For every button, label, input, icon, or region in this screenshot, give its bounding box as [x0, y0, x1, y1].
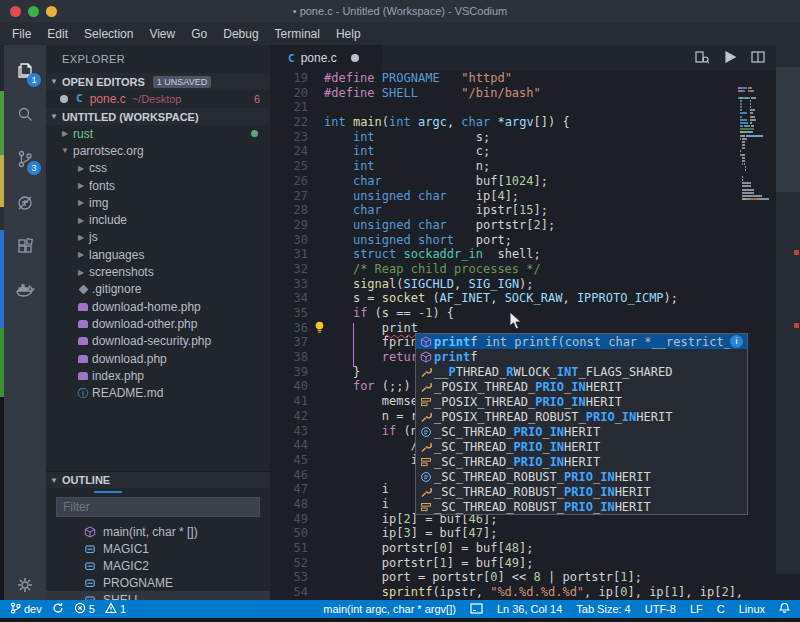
- suggestion-item-10[interactable]: _SC_THREAD_ROBUST_PRIO_INHERIT: [416, 484, 747, 499]
- line-number: 45: [270, 453, 308, 468]
- tree-item-js[interactable]: ▶js: [46, 229, 270, 246]
- tree-item-parrotsec-org[interactable]: ▼parrotsec.org: [46, 142, 270, 159]
- outline-section-header[interactable]: ▼ OUTLINE: [46, 471, 270, 488]
- line-number: 52: [270, 556, 308, 571]
- open-editors-section-header[interactable]: ▼ OPEN EDITORS 1 UNSAVED: [46, 73, 270, 90]
- status-right-utf-8[interactable]: UTF-8: [645, 603, 676, 615]
- menu-help[interactable]: Help: [328, 22, 369, 45]
- docker-icon[interactable]: [4, 273, 46, 309]
- scrollbar-slider[interactable]: [776, 67, 800, 192]
- status-right-main-int-argc-char-argv-[interactable]: main(int argc, char * argv[]): [323, 603, 456, 615]
- suggestion-item-8[interactable]: _SC_THREAD_PRIO_INHERIT: [416, 454, 747, 469]
- code-line-text: unsigned char ip[4];: [324, 189, 519, 204]
- open-editor-item-pone-c[interactable]: C pone.c ~/Desktop 6: [46, 90, 270, 107]
- outline-progress-bar: [94, 491, 122, 493]
- tree-item-fonts[interactable]: ▶fonts: [46, 177, 270, 194]
- menu-edit[interactable]: Edit: [39, 22, 76, 45]
- status-bar: dev51 main(int argc, char * argv[])Ln 36…: [0, 600, 800, 618]
- tree-item-label: download-other.php: [92, 317, 197, 331]
- explorer-badge: 1: [27, 73, 41, 87]
- tree-item-screenshots[interactable]: ▶screenshots: [46, 263, 270, 280]
- suggestion-item-2[interactable]: __PTHREAD_RWLOCK_INT_FLAGS_SHARED: [416, 364, 747, 379]
- macro-icon: [420, 441, 434, 453]
- suggestion-item-9[interactable]: _SC_THREAD_ROBUST_PRIO_INHERIT: [416, 469, 747, 484]
- macro-icon: [420, 366, 434, 378]
- workspace-section-header[interactable]: ▼ UNTITLED (WORKSPACE): [46, 108, 270, 125]
- php-icon: [77, 337, 89, 345]
- line-number: 32: [270, 262, 308, 277]
- status-right-panel-icon[interactable]: [470, 603, 483, 616]
- open-changes-icon[interactable]: [694, 50, 710, 67]
- tree-item--gitignore[interactable]: .gitignore: [46, 281, 270, 298]
- tree-item-index-php[interactable]: index.php: [46, 367, 270, 384]
- tab-modified-dot-icon: [351, 54, 359, 62]
- status-left-5[interactable]: 5: [74, 602, 95, 616]
- php-icon: [77, 303, 89, 311]
- activity-bar: 1 3: [4, 45, 46, 600]
- status-left-1[interactable]: 1: [105, 602, 126, 616]
- suggestion-item-7[interactable]: _SC_THREAD_PRIO_INHERIT: [416, 439, 747, 454]
- explorer-icon[interactable]: 1: [4, 53, 46, 89]
- menu-view[interactable]: View: [141, 22, 183, 45]
- code-line-text: [324, 468, 411, 483]
- line-number: 37: [270, 335, 308, 350]
- method-icon: [420, 336, 434, 348]
- tree-item-download-php[interactable]: download.php: [46, 350, 270, 367]
- status-right-ln-36-col-14[interactable]: Ln 36, Col 14: [497, 603, 562, 615]
- status-right-c[interactable]: C: [717, 603, 725, 615]
- tree-item-languages[interactable]: ▶languages: [46, 246, 270, 263]
- tree-item-download-security-php[interactable]: download-security.php: [46, 333, 270, 350]
- status-left-sync-icon[interactable]: [52, 602, 64, 616]
- status-right-bell-icon[interactable]: [779, 602, 790, 616]
- tree-item-img[interactable]: ▶img: [46, 194, 270, 211]
- suggestion-item-0[interactable]: printfint printf(const char *__restrict_…: [416, 334, 747, 349]
- outline-item-main-int-char-[interactable]: main(int, char * []): [46, 523, 270, 540]
- settings-gear-icon[interactable]: [4, 567, 46, 603]
- status-right-linux[interactable]: Linux: [739, 603, 765, 615]
- lightbulb-icon[interactable]: [314, 321, 325, 334]
- git-status-dot: [251, 130, 258, 137]
- tree-item-label: include: [89, 213, 127, 227]
- code-line-27: 27 unsigned char ip[4];: [270, 189, 800, 204]
- debug-icon[interactable]: [4, 185, 46, 221]
- code-line-26: 26 char buf[1024];: [270, 174, 800, 189]
- line-number: 41: [270, 394, 308, 409]
- outline-item-progname[interactable]: PROGNAME: [46, 574, 270, 591]
- editor-scrollbar[interactable]: [776, 45, 800, 574]
- tree-item-rust[interactable]: ▶rust: [46, 125, 270, 142]
- status-right-tab-size-4[interactable]: Tab Size: 4: [576, 603, 630, 615]
- menu-debug[interactable]: Debug: [215, 22, 266, 45]
- menu-terminal[interactable]: Terminal: [267, 22, 328, 45]
- tree-item-css[interactable]: ▶css: [46, 160, 270, 177]
- suggestion-item-6[interactable]: _SC_THREAD_PRIO_INHERIT: [416, 424, 747, 439]
- extensions-icon[interactable]: [4, 229, 46, 265]
- tree-item-download-other-php[interactable]: download-other.php: [46, 315, 270, 332]
- status-right-lf[interactable]: LF: [690, 603, 703, 615]
- tab-pone-c[interactable]: C pone.c: [270, 45, 382, 71]
- outline-item-magic1[interactable]: MAGIC1: [46, 540, 270, 557]
- suggestion-info-icon[interactable]: i: [730, 335, 743, 348]
- suggestion-item-4[interactable]: _POSIX_THREAD_PRIO_INHERIT: [416, 394, 747, 409]
- status-left-dev[interactable]: dev: [10, 602, 42, 616]
- search-icon[interactable]: [4, 97, 46, 133]
- menu-selection[interactable]: Selection: [76, 22, 141, 45]
- tree-item-download-home-php[interactable]: download-home.php: [46, 298, 270, 315]
- status-label: Ln 36, Col 14: [497, 603, 562, 615]
- outline-item-label: main(int, char * []): [103, 525, 198, 539]
- run-icon[interactable]: [722, 51, 738, 66]
- outline-filter-input[interactable]: [56, 497, 260, 517]
- tree-item-include[interactable]: ▶include: [46, 211, 270, 228]
- source-control-icon[interactable]: 3: [4, 141, 46, 177]
- menu-go[interactable]: Go: [183, 22, 215, 45]
- enum-icon: [420, 471, 434, 483]
- status-label: UTF-8: [645, 603, 676, 615]
- outline-item-magic2[interactable]: MAGIC2: [46, 557, 270, 574]
- suggestion-item-3[interactable]: _POSIX_THREAD_PRIO_INHERIT: [416, 379, 747, 394]
- suggestion-item-1[interactable]: printf: [416, 349, 747, 364]
- line-number: 54: [270, 585, 308, 600]
- menu-file[interactable]: File: [4, 22, 39, 45]
- line-number: 35: [270, 306, 308, 321]
- suggestion-item-11[interactable]: _SC_THREAD_ROBUST_PRIO_INHERIT: [416, 499, 747, 514]
- tree-item-readme-md[interactable]: ⓘREADME.md: [46, 384, 270, 401]
- suggestion-item-5[interactable]: _POSIX_THREAD_ROBUST_PRIO_INHERIT: [416, 409, 747, 424]
